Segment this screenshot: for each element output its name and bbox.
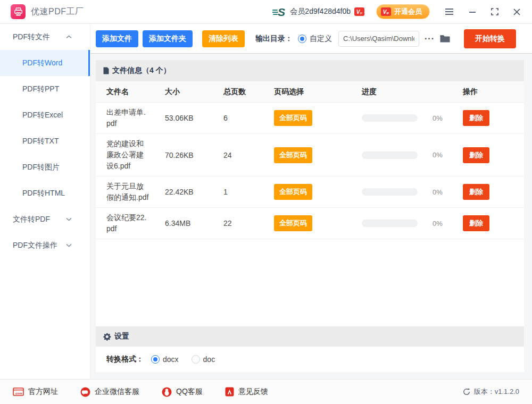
sidebar-item-label: PDF转Word (22, 58, 62, 68)
file-size: 70.26KB (165, 151, 223, 159)
open-vip-button[interactable]: VIP 开通会员 (376, 4, 430, 19)
browse-more-button[interactable]: ··· (425, 34, 435, 44)
svg-text:S: S (278, 6, 285, 18)
feedback-link[interactable]: 意见反馈 (225, 387, 268, 397)
file-info-title: 文件信息（4 个） (112, 66, 171, 75)
output-path-input[interactable] (338, 31, 419, 47)
official-website-label: 官方网址 (28, 387, 58, 397)
chevron-down-icon (66, 217, 72, 221)
maximize-icon[interactable] (491, 8, 498, 15)
wechat-icon (80, 387, 90, 397)
file-size: 6.34MB (165, 219, 223, 228)
sidebar-item-pdf-to-ppt[interactable]: PDF转PPT (0, 76, 90, 102)
sidebar-group-pdf-operations[interactable]: PDF文件操作 (0, 232, 90, 258)
chevron-down-icon (66, 243, 72, 247)
menu-icon[interactable] (445, 8, 454, 15)
clear-list-button[interactable]: 清除列表 (202, 30, 245, 47)
file-pages: 24 (223, 151, 274, 159)
refresh-icon[interactable] (463, 388, 470, 395)
progress-bar (362, 220, 418, 227)
delete-button[interactable]: 删除 (463, 110, 489, 126)
custom-dir-radio[interactable] (298, 35, 306, 43)
progress-bar (362, 114, 418, 122)
qq-icon (162, 387, 172, 397)
member-id: 会员2d9f428d4f0b (290, 7, 351, 16)
footer: .com 官方网址 企业微信客服 QQ客服 意见反馈 (0, 379, 532, 404)
column-action: 操作 (463, 87, 524, 97)
output-dir-label: 输出目录： (255, 34, 293, 44)
file-size: 53.06KB (165, 114, 223, 122)
sidebar-item-pdf-to-html[interactable]: PDF转HTML (0, 180, 90, 206)
sidebar-group-label: PDF转文件 (13, 32, 50, 42)
sidebar-group-label: 文件转PDF (13, 215, 50, 224)
file-size: 22.42KB (165, 188, 223, 196)
avatar: S (272, 5, 286, 18)
add-file-button[interactable]: 添加文件 (96, 30, 138, 47)
qq-support-link[interactable]: QQ客服 (162, 387, 203, 397)
file-name: 出差申请单.pdf (106, 107, 149, 129)
column-pages: 总页数 (223, 87, 274, 97)
progress-percent: 0% (433, 188, 443, 196)
sidebar-item-pdf-to-word[interactable]: PDF转Word (0, 50, 90, 76)
open-vip-label: 开通会员 (394, 7, 422, 16)
app-title: 优速PDF工厂 (31, 6, 84, 18)
page-select-button[interactable]: 全部页码 (274, 184, 312, 200)
sidebar-item-pdf-to-excel[interactable]: PDF转Excel (0, 102, 90, 128)
delete-button[interactable]: 删除 (463, 215, 489, 231)
start-convert-button[interactable]: 开始转换 (464, 29, 516, 48)
version-label: 版本：v1.1.2.0 (474, 387, 519, 397)
progress-percent: 0% (433, 114, 443, 122)
svg-text:PDF: PDF (16, 13, 20, 15)
format-docx-radio[interactable] (151, 355, 160, 364)
progress-bar (362, 152, 418, 159)
vip-badge-icon: VIP (354, 7, 364, 16)
sidebar-group-file-to-pdf[interactable]: 文件转PDF (0, 206, 90, 232)
add-folder-button[interactable]: 添加文件夹 (143, 30, 193, 47)
sidebar-group-label: PDF文件操作 (13, 241, 57, 250)
page-select-button[interactable]: 全部页码 (274, 215, 312, 231)
column-filename: 文件名 (96, 83, 165, 101)
document-icon (103, 67, 109, 74)
minimize-icon[interactable] (469, 8, 476, 15)
table-header: 文件名 大小 总页数 页码选择 进度 操作 (96, 81, 524, 103)
delete-button[interactable]: 删除 (463, 147, 489, 163)
page-select-button[interactable]: 全部页码 (274, 110, 312, 126)
sidebar-item-label: PDF转TXT (22, 137, 59, 146)
gear-icon (103, 333, 111, 341)
version-info: 版本：v1.1.2.0 (463, 387, 519, 397)
close-icon[interactable] (513, 9, 520, 15)
vip-badge-ip: IP (360, 12, 362, 15)
sidebar-item-pdf-to-txt[interactable]: PDF转TXT (0, 128, 90, 154)
table-row: 关于元旦放假的通知.pdf 22.42KB 1 全部页码 0% 删除 (96, 176, 524, 208)
settings-bar: 设置 (96, 326, 524, 347)
member-info[interactable]: S 会员2d9f428d4f0b VIP (272, 5, 364, 18)
page-select-button[interactable]: 全部页码 (274, 147, 312, 163)
sidebar-item-pdf-to-image[interactable]: PDF转图片 (0, 154, 90, 180)
file-name: 党的建设和廉政公署建设6.pdf (106, 138, 149, 172)
column-size: 大小 (165, 87, 223, 97)
progress-percent: 0% (433, 151, 443, 159)
sidebar-item-label: PDF转Excel (22, 111, 63, 120)
qq-support-label: QQ客服 (176, 387, 203, 397)
website-icon: .com (13, 388, 24, 396)
format-row: 转换格式： docx doc (96, 347, 524, 372)
sidebar-group-pdf-to-file[interactable]: PDF转文件 (0, 24, 90, 50)
open-folder-icon[interactable] (440, 35, 450, 43)
content-area: 文件信息（4 个） 文件名 大小 总页数 页码选择 进度 操作 出差申请单.pd… (90, 54, 532, 379)
format-doc-radio[interactable] (192, 355, 200, 364)
file-pages: 1 (223, 188, 274, 196)
svg-text:.com: .com (14, 392, 22, 395)
official-website-link[interactable]: .com 官方网址 (13, 387, 58, 397)
file-info-bar: 文件信息（4 个） (96, 60, 524, 81)
progress-bar (362, 188, 418, 196)
file-card: 文件信息（4 个） 文件名 大小 总页数 页码选择 进度 操作 出差申请单.pd… (96, 60, 524, 372)
delete-button[interactable]: 删除 (463, 184, 489, 200)
column-progress: 进度 (362, 87, 463, 97)
app-window: PDF 优速PDF工厂 S 会员2d9f428d4f0b VIP VIP 开通会… (0, 0, 532, 404)
file-pages: 22 (223, 219, 274, 228)
toolbar: 添加文件 添加文件夹 清除列表 输出目录： 自定义 ··· 开始转换 (90, 24, 532, 54)
titlebar: PDF 优速PDF工厂 S 会员2d9f428d4f0b VIP VIP 开通会… (0, 0, 532, 24)
format-doc-label: doc (203, 355, 215, 364)
wechat-support-link[interactable]: 企业微信客服 (80, 387, 139, 397)
file-name: 关于元旦放假的通知.pdf (106, 181, 149, 203)
